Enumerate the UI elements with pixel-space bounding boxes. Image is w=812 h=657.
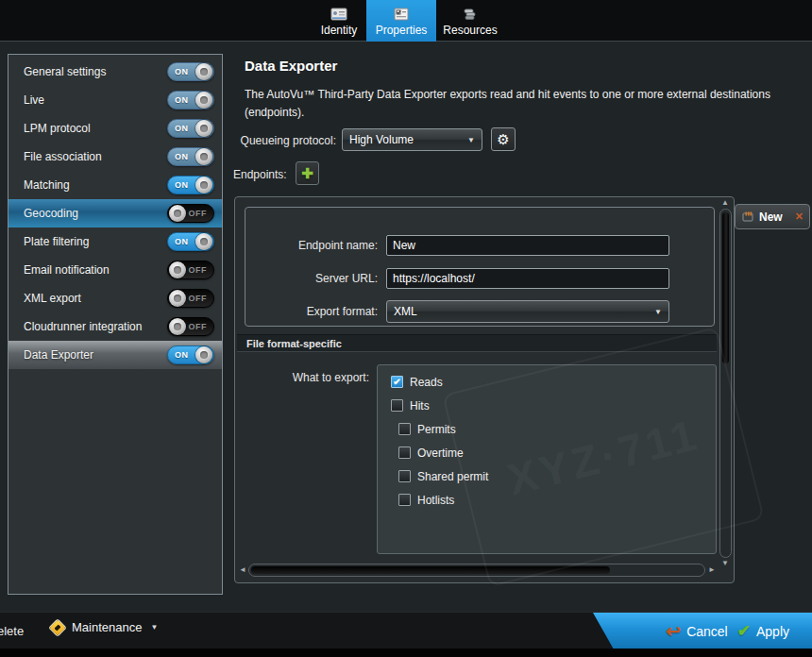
apply-cancel-zone: ↩ Cancel ✔ Apply: [593, 613, 812, 649]
toggle-live[interactable]: ON: [167, 91, 214, 110]
endpoints-label: Endpoints:: [233, 168, 287, 181]
checkbox-shared-permit[interactable]: [398, 470, 411, 482]
checkbox-hotlists[interactable]: [398, 494, 411, 506]
toggle-geocoding[interactable]: OFF: [167, 204, 214, 223]
checkbox-reads[interactable]: ✔: [391, 376, 403, 388]
cancel-button[interactable]: ↩ Cancel: [666, 620, 728, 642]
checkbox-row-hotlists[interactable]: Hotlists: [398, 493, 454, 507]
tab-properties[interactable]: Properties: [366, 0, 436, 42]
horizontal-scroll-thumb[interactable]: [251, 566, 610, 574]
sidebar-item-geocoding[interactable]: Geocoding OFF: [8, 199, 222, 227]
export-format-dropdown[interactable]: XML ▼: [386, 300, 669, 323]
toggle-lpm-protocol[interactable]: ON: [167, 119, 214, 138]
toggle-file-association[interactable]: ON: [167, 147, 214, 166]
endpoint-form: Endpoint name: Server URL: Export format…: [245, 207, 715, 327]
chevron-down-icon: ▼: [467, 136, 475, 144]
toggle-xml-export[interactable]: OFF: [167, 289, 214, 308]
caret-down-icon: ▼: [150, 623, 158, 632]
toggle-general-settings[interactable]: ON: [167, 62, 214, 81]
toggle-knob: [195, 346, 212, 363]
add-endpoint-button[interactable]: ✚: [296, 161, 319, 185]
sidebar-item-cloudrunner-integration[interactable]: Cloudrunner integration OFF: [8, 312, 222, 341]
close-icon[interactable]: ✕: [795, 211, 804, 223]
file-format-section-header: File format-specific: [237, 334, 717, 352]
apply-button[interactable]: ✔ Apply: [737, 621, 789, 641]
undo-icon: ↩: [666, 620, 681, 642]
footer-bar: elete Maintenance ▼ ↩ Cancel ✔ Apply: [0, 612, 812, 649]
sidebar-item-general-settings[interactable]: General settings ON: [8, 58, 222, 86]
maintenance-dropdown[interactable]: Maintenance ▼: [52, 620, 158, 634]
bottom-strip: [0, 649, 812, 657]
toggle-plate-filtering[interactable]: ON: [167, 232, 214, 251]
export-format-label: Export format:: [245, 305, 378, 318]
endpoint-connector-icon: [741, 211, 754, 223]
what-to-export-label: What to export:: [235, 371, 369, 384]
properties-form-icon: [393, 8, 410, 21]
toggle-cloudrunner-integration[interactable]: OFF: [167, 317, 214, 336]
scroll-up-icon[interactable]: ▲: [721, 199, 729, 207]
settings-sidebar: General settings ON Live ON LPM protocol…: [8, 54, 223, 595]
checkbox-row-hits[interactable]: Hits: [391, 398, 430, 413]
server-url-input[interactable]: [386, 268, 669, 289]
scroll-down-icon[interactable]: ▼: [721, 560, 729, 567]
queueing-settings-button[interactable]: ⚙: [491, 127, 516, 151]
check-icon: ✔: [737, 621, 751, 641]
sidebar-item-email-notification[interactable]: Email notification OFF: [8, 256, 222, 284]
tab-label: Properties: [376, 24, 428, 37]
tab-resources[interactable]: Resources: [436, 0, 504, 42]
sidebar-item-matching[interactable]: Matching ON: [8, 171, 222, 199]
page-description: The AutoVu™ Third-Party Data Exporter ex…: [245, 86, 792, 122]
check-icon: ✔: [393, 378, 400, 387]
top-tab-bar: Identity Properties Resources: [0, 0, 812, 42]
delete-button[interactable]: elete: [0, 624, 24, 638]
sidebar-item-lpm-protocol[interactable]: LPM protocol ON: [8, 114, 222, 143]
sidebar-item-xml-export[interactable]: XML export OFF: [8, 284, 222, 312]
maintenance-icon: [50, 619, 66, 635]
endpoint-tab-label: New: [759, 211, 790, 224]
endpoint-name-input[interactable]: [386, 235, 669, 256]
vertical-scrollbar[interactable]: [719, 209, 732, 558]
server-url-label: Server URL:: [245, 272, 378, 285]
sidebar-item-data-exporter[interactable]: Data Exporter ON: [8, 341, 222, 369]
toggle-knob: [195, 233, 212, 250]
toggle-knob: [169, 318, 186, 335]
app-window: Identity Properties Resources: [0, 0, 812, 657]
checkbox-row-permits[interactable]: Permits: [398, 422, 456, 436]
toggle-email-notification[interactable]: OFF: [167, 261, 214, 279]
sidebar-item-live[interactable]: Live ON: [8, 86, 222, 114]
checkbox-row-shared-permit[interactable]: Shared permit: [398, 469, 488, 483]
scroll-right-icon[interactable]: ►: [708, 566, 716, 574]
horizontal-scrollbar[interactable]: [248, 564, 705, 577]
toggle-data-exporter[interactable]: ON: [167, 345, 214, 364]
chevron-down-icon: ▼: [654, 308, 662, 316]
vertical-scroll-thumb[interactable]: [722, 212, 729, 363]
queueing-protocol-dropdown[interactable]: High Volume ▼: [342, 128, 482, 151]
export-options-group: ✔ Reads Hits Permits Overtime Shared per…: [377, 364, 717, 554]
checkbox-permits[interactable]: [398, 423, 411, 435]
page-title: Data Exporter: [245, 58, 337, 74]
resources-disks-icon: [462, 8, 479, 21]
identity-card-icon: [330, 8, 347, 21]
toggle-knob: [195, 92, 212, 109]
gear-icon: ⚙: [497, 131, 509, 148]
queueing-protocol-label: Queueing protocol:: [227, 134, 336, 147]
toggle-knob: [195, 120, 212, 137]
tab-label: Resources: [443, 24, 497, 37]
scroll-left-icon[interactable]: ◄: [239, 566, 246, 574]
dropdown-value: XML: [394, 305, 417, 318]
tab-identity[interactable]: Identity: [312, 0, 366, 42]
sidebar-item-file-association[interactable]: File association ON: [8, 143, 222, 171]
endpoint-panel: Endpoint name: Server URL: Export format…: [234, 196, 735, 583]
checkbox-row-overtime[interactable]: Overtime: [398, 446, 464, 460]
toggle-matching[interactable]: ON: [167, 176, 214, 194]
toggle-knob: [195, 177, 212, 194]
endpoint-tab-new[interactable]: New ✕: [735, 204, 810, 229]
checkbox-row-reads[interactable]: ✔ Reads: [391, 375, 443, 389]
toggle-knob: [195, 148, 212, 165]
tab-strip: Identity Properties Resources: [312, 0, 504, 42]
checkbox-overtime[interactable]: [398, 446, 411, 459]
checkbox-hits[interactable]: [391, 399, 403, 412]
tab-label: Identity: [321, 24, 358, 37]
dropdown-value: High Volume: [349, 133, 414, 146]
sidebar-item-plate-filtering[interactable]: Plate filtering ON: [8, 227, 222, 256]
